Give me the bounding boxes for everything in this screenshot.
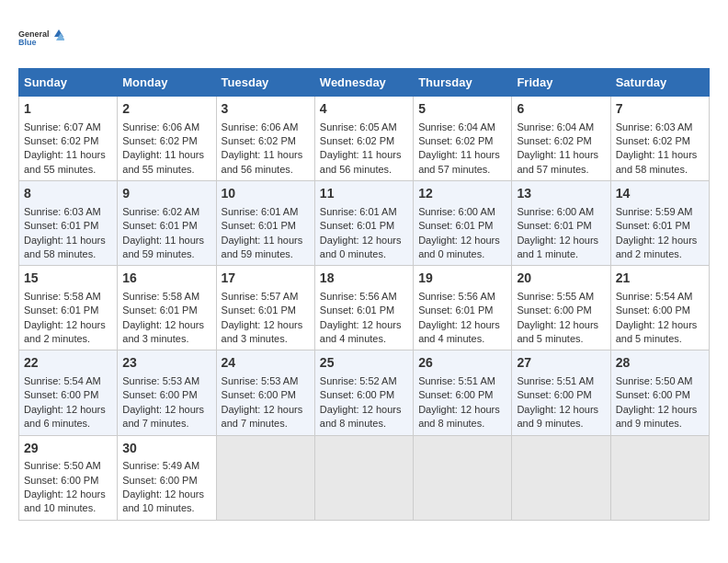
day-number: 26 bbox=[418, 354, 506, 373]
sunrise: Sunrise: 6:04 AM bbox=[418, 121, 495, 132]
calendar-cell: 3Sunrise: 6:06 AMSunset: 6:02 PMDaylight… bbox=[216, 97, 314, 181]
sunset: Sunset: 6:00 PM bbox=[320, 389, 394, 400]
sunset: Sunset: 6:01 PM bbox=[418, 220, 493, 231]
sunset: Sunset: 6:00 PM bbox=[616, 304, 690, 316]
sunrise: Sunrise: 6:04 AM bbox=[517, 121, 594, 132]
calendar-cell: 22Sunrise: 5:54 AMSunset: 6:00 PMDayligh… bbox=[19, 350, 118, 435]
daylight: Daylight: 12 hours and 2 minutes. bbox=[24, 319, 106, 344]
sunset: Sunset: 6:01 PM bbox=[517, 220, 591, 231]
day-number: 27 bbox=[517, 354, 605, 373]
calendar-cell: 18Sunrise: 5:56 AMSunset: 6:01 PMDayligh… bbox=[314, 266, 413, 350]
day-number: 8 bbox=[24, 185, 112, 203]
sunrise: Sunrise: 5:58 AM bbox=[24, 291, 101, 302]
calendar-cell: 30Sunrise: 5:49 AMSunset: 6:00 PMDayligh… bbox=[118, 435, 216, 520]
daylight: Daylight: 12 hours and 4 minutes. bbox=[418, 319, 500, 344]
day-number: 6 bbox=[517, 100, 605, 119]
calendar-cell: 19Sunrise: 5:56 AMSunset: 6:01 PMDayligh… bbox=[414, 266, 512, 350]
daylight: Daylight: 11 hours and 57 minutes. bbox=[418, 149, 500, 174]
sunrise: Sunrise: 5:53 AM bbox=[122, 375, 199, 386]
sunset: Sunset: 6:00 PM bbox=[122, 389, 197, 400]
sunset: Sunset: 6:01 PM bbox=[320, 220, 394, 231]
calendar-cell bbox=[314, 435, 413, 520]
daylight: Daylight: 12 hours and 9 minutes. bbox=[517, 404, 598, 429]
calendar-cell: 27Sunrise: 5:51 AMSunset: 6:00 PMDayligh… bbox=[512, 350, 610, 435]
daylight: Daylight: 12 hours and 10 minutes. bbox=[24, 488, 106, 513]
daylight: Daylight: 12 hours and 4 minutes. bbox=[320, 319, 402, 344]
calendar-week: 29Sunrise: 5:50 AMSunset: 6:00 PMDayligh… bbox=[19, 435, 710, 520]
daylight: Daylight: 12 hours and 0 minutes. bbox=[320, 235, 402, 259]
header-day: Wednesday bbox=[314, 69, 413, 97]
daylight: Daylight: 12 hours and 3 minutes. bbox=[122, 319, 204, 344]
daylight: Daylight: 12 hours and 5 minutes. bbox=[517, 319, 598, 344]
sunrise: Sunrise: 5:56 AM bbox=[418, 291, 495, 302]
daylight: Daylight: 11 hours and 56 minutes. bbox=[222, 149, 303, 174]
header-day: Monday bbox=[118, 69, 216, 97]
day-number: 16 bbox=[122, 270, 210, 288]
calendar-cell: 26Sunrise: 5:51 AMSunset: 6:00 PMDayligh… bbox=[414, 350, 512, 435]
sunset: Sunset: 6:01 PM bbox=[222, 304, 296, 316]
header-day: Tuesday bbox=[216, 69, 314, 97]
calendar-cell: 16Sunrise: 5:58 AMSunset: 6:01 PMDayligh… bbox=[118, 266, 216, 350]
calendar-cell: 8Sunrise: 6:03 AMSunset: 6:01 PMDaylight… bbox=[19, 181, 118, 266]
sunrise: Sunrise: 5:52 AM bbox=[320, 375, 397, 386]
sunset: Sunset: 6:00 PM bbox=[418, 389, 493, 400]
calendar-cell: 12Sunrise: 6:00 AMSunset: 6:01 PMDayligh… bbox=[414, 181, 512, 266]
sunrise: Sunrise: 5:59 AM bbox=[616, 206, 693, 217]
svg-text:General: General bbox=[18, 29, 50, 39]
day-number: 21 bbox=[616, 270, 704, 288]
sunrise: Sunrise: 5:57 AM bbox=[222, 291, 299, 302]
daylight: Daylight: 11 hours and 59 minutes. bbox=[122, 235, 204, 259]
sunrise: Sunrise: 6:05 AM bbox=[320, 121, 397, 132]
sunset: Sunset: 6:00 PM bbox=[24, 389, 98, 400]
day-number: 2 bbox=[122, 100, 210, 119]
sunset: Sunset: 6:01 PM bbox=[320, 304, 394, 316]
sunrise: Sunrise: 5:54 AM bbox=[24, 375, 101, 386]
day-number: 28 bbox=[616, 354, 704, 373]
sunrise: Sunrise: 5:58 AM bbox=[122, 291, 199, 302]
daylight: Daylight: 12 hours and 9 minutes. bbox=[616, 404, 698, 429]
daylight: Daylight: 11 hours and 58 minutes. bbox=[616, 149, 698, 174]
daylight: Daylight: 12 hours and 2 minutes. bbox=[616, 235, 698, 259]
calendar-cell: 13Sunrise: 6:00 AMSunset: 6:01 PMDayligh… bbox=[512, 181, 610, 266]
calendar-cell: 10Sunrise: 6:01 AMSunset: 6:01 PMDayligh… bbox=[216, 181, 314, 266]
header-day: Saturday bbox=[610, 69, 709, 97]
sunrise: Sunrise: 6:03 AM bbox=[24, 206, 101, 217]
day-number: 22 bbox=[24, 354, 112, 373]
calendar-cell: 1Sunrise: 6:07 AMSunset: 6:02 PMDaylight… bbox=[19, 97, 118, 181]
header-day: Thursday bbox=[414, 69, 512, 97]
daylight: Daylight: 11 hours and 56 minutes. bbox=[320, 149, 402, 174]
day-number: 30 bbox=[122, 440, 210, 458]
calendar-cell bbox=[512, 435, 610, 520]
day-number: 19 bbox=[418, 270, 506, 288]
day-number: 25 bbox=[320, 354, 408, 373]
day-number: 5 bbox=[418, 100, 506, 119]
calendar-week: 8Sunrise: 6:03 AMSunset: 6:01 PMDaylight… bbox=[19, 181, 710, 266]
daylight: Daylight: 12 hours and 0 minutes. bbox=[418, 235, 500, 259]
sunrise: Sunrise: 6:00 AM bbox=[517, 206, 594, 217]
sunset: Sunset: 6:01 PM bbox=[222, 220, 296, 231]
day-number: 13 bbox=[517, 185, 605, 203]
daylight: Daylight: 11 hours and 57 minutes. bbox=[517, 149, 598, 174]
sunrise: Sunrise: 5:50 AM bbox=[24, 460, 101, 471]
sunset: Sunset: 6:01 PM bbox=[122, 220, 197, 231]
sunrise: Sunrise: 6:02 AM bbox=[122, 206, 199, 217]
svg-text:Blue: Blue bbox=[18, 38, 37, 47]
daylight: Daylight: 12 hours and 1 minute. bbox=[517, 235, 598, 259]
day-number: 11 bbox=[320, 185, 408, 203]
sunset: Sunset: 6:00 PM bbox=[122, 475, 197, 486]
calendar-week: 15Sunrise: 5:58 AMSunset: 6:01 PMDayligh… bbox=[19, 266, 710, 350]
day-number: 15 bbox=[24, 270, 112, 288]
daylight: Daylight: 11 hours and 59 minutes. bbox=[222, 235, 303, 259]
daylight: Daylight: 12 hours and 7 minutes. bbox=[222, 404, 303, 429]
sunset: Sunset: 6:01 PM bbox=[24, 220, 98, 231]
logo: General Blue bbox=[18, 18, 64, 59]
sunset: Sunset: 6:00 PM bbox=[222, 389, 296, 400]
calendar-cell: 14Sunrise: 5:59 AMSunset: 6:01 PMDayligh… bbox=[610, 181, 709, 266]
calendar-table: SundayMondayTuesdayWednesdayThursdayFrid… bbox=[18, 68, 710, 521]
day-number: 3 bbox=[222, 100, 310, 119]
day-number: 10 bbox=[222, 185, 310, 203]
sunset: Sunset: 6:00 PM bbox=[616, 389, 690, 400]
calendar-week: 22Sunrise: 5:54 AMSunset: 6:00 PMDayligh… bbox=[19, 350, 710, 435]
calendar-cell bbox=[216, 435, 314, 520]
calendar-cell: 29Sunrise: 5:50 AMSunset: 6:00 PMDayligh… bbox=[19, 435, 118, 520]
